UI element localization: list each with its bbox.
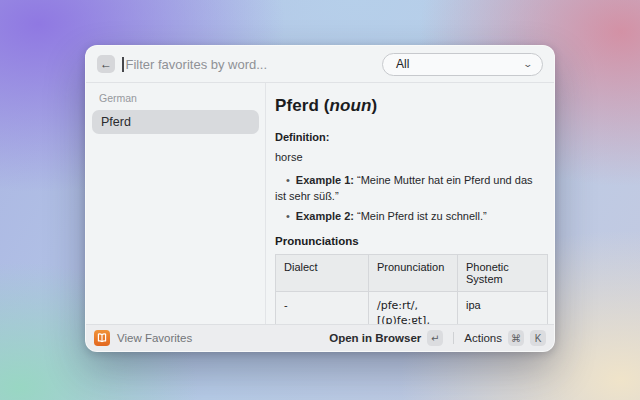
definition-text: horse: [275, 151, 546, 163]
sidebar-item-pferd[interactable]: Pferd: [92, 110, 259, 134]
dropdown-value: All: [396, 57, 524, 71]
cell-dialect: -: [276, 292, 369, 325]
table-header-row: Dialect Pronunciation Phonetic System: [276, 255, 548, 292]
cmd-key-badge: ⌘: [508, 330, 524, 346]
pronunciations-heading: Pronunciations: [275, 235, 546, 247]
back-arrow-icon: ←: [100, 57, 112, 71]
header-bar: ← All ⌄: [86, 46, 554, 83]
filter-dropdown[interactable]: All ⌄: [382, 53, 543, 76]
footer-bar: View Favorites Open in Browser ↵ Actions…: [86, 324, 554, 351]
sidebar-item-label: Pferd: [101, 115, 131, 129]
bullet-icon: •: [286, 174, 290, 186]
chevron-down-icon: ⌄: [523, 59, 534, 69]
footer-divider: [453, 332, 454, 344]
part-of-speech: noun: [330, 96, 372, 115]
pronunciations-table: Dialect Pronunciation Phonetic System - …: [275, 254, 548, 324]
view-favorites-label: View Favorites: [117, 332, 329, 344]
page-title: Pferd (noun): [275, 96, 546, 116]
definition-heading: Definition:: [275, 131, 546, 143]
example-item-1: •Example 1: “Meine Mutter hat ein Pferd …: [275, 172, 546, 204]
back-button[interactable]: ←: [97, 55, 115, 73]
k-key-badge: K: [530, 330, 546, 346]
col-header-pronunciation: Pronunciation: [369, 255, 458, 292]
sidebar-section-german: German: [92, 92, 259, 110]
app-window: ← All ⌄ German Pferd Pferd (noun) Defini…: [85, 45, 555, 352]
col-header-dialect: Dialect: [276, 255, 369, 292]
content-body: German Pferd Pferd (noun) Definition: ho…: [86, 83, 554, 324]
search-input[interactable]: [124, 57, 383, 72]
example-text: “Mein Pferd ist zu schnell.”: [357, 210, 487, 222]
search-field-wrap: [122, 57, 382, 72]
return-key-badge: ↵: [427, 330, 443, 346]
table-row: - /pfe:rt/, [(p)fe:ɐ̯t], /fe:rt/, [fe:ɐ̯…: [276, 292, 548, 325]
bullet-icon: •: [286, 210, 290, 222]
col-header-phonetic-system: Phonetic System: [458, 255, 548, 292]
cell-pronunciation: /pfe:rt/, [(p)fe:ɐ̯t], /fe:rt/, [fe:ɐ̯t]…: [369, 292, 458, 325]
actions-button[interactable]: Actions: [464, 332, 502, 344]
examples-list: •Example 1: “Meine Mutter hat ein Pferd …: [275, 172, 546, 224]
example-item-2: •Example 2: “Mein Pferd ist zu schnell.”: [275, 208, 546, 224]
sidebar: German Pferd: [86, 83, 266, 324]
open-in-browser-action[interactable]: Open in Browser: [329, 332, 421, 344]
example-label: Example 2:: [296, 210, 354, 222]
detail-panel: Pferd (noun) Definition: horse •Example …: [266, 83, 554, 324]
open-book-icon: [94, 330, 110, 346]
cell-phonetic-system: ipa: [458, 292, 548, 325]
example-label: Example 1:: [296, 174, 354, 186]
